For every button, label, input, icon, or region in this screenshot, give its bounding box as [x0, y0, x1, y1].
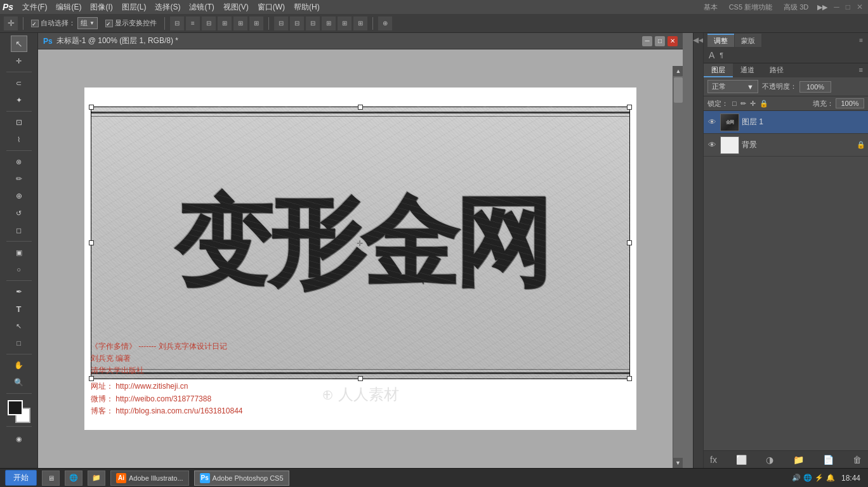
selection-tool[interactable]: ↖: [11, 36, 27, 52]
zoom-tool[interactable]: 🔍: [11, 374, 27, 391]
align-bottom-icon[interactable]: ⊞: [249, 16, 263, 30]
mask-mode-icon[interactable]: ◉: [11, 431, 27, 447]
tab-masks[interactable]: 蒙版: [735, 34, 761, 47]
win-restore-icon[interactable]: □: [846, 3, 850, 11]
dist-vcenter-icon[interactable]: ⊟: [290, 16, 304, 30]
foreground-color[interactable]: [8, 400, 23, 415]
path-selection-tool[interactable]: ↖: [11, 318, 27, 334]
menu-edit[interactable]: 编辑(E): [52, 1, 85, 14]
align-left-icon[interactable]: ⊟: [170, 16, 184, 30]
dist-left-icon[interactable]: ⊞: [322, 16, 336, 30]
lock-pixels-icon[interactable]: □: [732, 100, 737, 107]
eraser-tool[interactable]: ◻: [11, 222, 27, 238]
menu-window[interactable]: 窗口(W): [254, 1, 289, 14]
panel-options-icon[interactable]: ≡: [858, 36, 864, 45]
align-middle-v-icon[interactable]: ⊞: [233, 16, 247, 30]
blend-mode-dropdown[interactable]: 正常 ▼: [707, 80, 758, 93]
hand-tool[interactable]: ✋: [11, 357, 27, 373]
doc-close-btn[interactable]: ✕: [667, 36, 678, 46]
move-tool[interactable]: ✛: [11, 53, 27, 69]
align-center-h-icon[interactable]: ≡: [186, 16, 200, 30]
taskbar-app-illustrator[interactable]: Ai Adobe Illustrato...: [110, 471, 189, 486]
menu-filter[interactable]: 滤镜(T): [185, 1, 218, 14]
type-tool[interactable]: T: [11, 301, 27, 317]
clone-tool[interactable]: ⊕: [11, 188, 27, 204]
align-top-icon[interactable]: ⊞: [218, 16, 232, 30]
menu-view[interactable]: 视图(V): [220, 1, 253, 14]
lock-all-icon[interactable]: 🔒: [760, 100, 768, 108]
lasso-tool[interactable]: ⊂: [11, 75, 27, 91]
vertical-scrollbar[interactable]: ▲ ▼: [673, 66, 683, 468]
lock-row: 锁定： □ ✏ ✛ 🔒 填充： 100%: [704, 96, 868, 111]
workspace-cs5[interactable]: CS5 新增功能: [724, 3, 777, 12]
auto-align-icon[interactable]: ⊕: [378, 16, 392, 30]
tab-paths[interactable]: 路径: [762, 63, 791, 77]
tab-adjustments[interactable]: 调整: [707, 34, 734, 47]
color-swatches[interactable]: [8, 400, 30, 423]
layer-blend-opacity: 正常 ▼ 不透明度： 100%: [704, 77, 868, 96]
new-adjustment-btn[interactable]: ◑: [763, 453, 776, 466]
taskbar-show-desktop[interactable]: 🖥: [42, 471, 60, 486]
new-group-btn[interactable]: 📁: [791, 453, 806, 466]
dist-right-icon[interactable]: ⊞: [353, 16, 367, 30]
show-transform-checkbox[interactable]: [105, 20, 113, 27]
scroll-up-btn[interactable]: ▲: [673, 66, 683, 76]
lock-move-icon[interactable]: ✏: [740, 100, 746, 108]
menu-layer[interactable]: 图层(L): [118, 1, 150, 14]
auto-select-checkbox[interactable]: [31, 20, 39, 27]
tab-channels[interactable]: 通道: [733, 63, 762, 77]
taskbar-app-photoshop[interactable]: Ps Adobe Photoshop CS5: [194, 471, 289, 486]
history-brush-tool[interactable]: ↺: [11, 205, 27, 221]
add-mask-btn[interactable]: ⬜: [733, 453, 749, 466]
scroll-down-btn[interactable]: ▼: [673, 458, 683, 468]
taskbar-folder[interactable]: 📁: [88, 471, 105, 486]
taskbar-ie[interactable]: 🌐: [65, 471, 82, 486]
crop-tool[interactable]: ⊡: [11, 114, 27, 131]
layer-item-background[interactable]: 👁 背景 🔒: [704, 134, 868, 157]
panel-tab-group: 调整 蒙版: [707, 34, 761, 47]
move-tool-icon[interactable]: ✛: [4, 16, 18, 30]
auto-select-dropdown[interactable]: 组: [77, 17, 98, 29]
layer-1-visibility[interactable]: 👁: [706, 117, 718, 127]
pen-tool[interactable]: ✒: [11, 283, 27, 300]
scroll-thumb[interactable]: [674, 77, 683, 103]
eyedropper-tool[interactable]: ⌇: [11, 131, 27, 148]
dist-hcenter-icon[interactable]: ⊞: [338, 16, 352, 30]
dodge-tool[interactable]: ○: [11, 261, 27, 278]
align-right-icon[interactable]: ⊟: [202, 16, 216, 30]
menu-image[interactable]: 图像(I): [86, 1, 116, 14]
panel-letter-a[interactable]: A: [709, 50, 714, 60]
layer-bg-visibility[interactable]: 👁: [706, 140, 718, 150]
menu-help[interactable]: 帮助(H): [290, 1, 324, 14]
start-button[interactable]: 开始: [5, 470, 37, 486]
menu-select[interactable]: 选择(S): [151, 1, 184, 14]
win-minimize-icon[interactable]: ─: [834, 3, 839, 11]
delete-layer-btn[interactable]: 🗑: [850, 453, 864, 466]
healing-brush-tool[interactable]: ⊗: [11, 153, 27, 170]
doc-minimize-btn[interactable]: ─: [642, 36, 652, 46]
watermark: ⊕ 人人素材: [322, 384, 399, 405]
win-close-icon[interactable]: ✕: [857, 3, 863, 11]
lock-position-icon[interactable]: ✛: [750, 100, 756, 108]
layer-item-1[interactable]: 👁 金网 图层 1: [704, 111, 868, 134]
add-layer-style-btn[interactable]: fx: [707, 453, 720, 466]
tab-layers[interactable]: 图层: [704, 63, 733, 77]
panel-collapse-handle[interactable]: ◀◀: [693, 33, 703, 468]
layers-tabs: 图层 通道 路径 ≡: [704, 63, 868, 77]
layers-panel-options[interactable]: ≡: [854, 63, 868, 77]
magic-wand-tool[interactable]: ✦: [11, 92, 27, 108]
menu-file[interactable]: 文件(F): [18, 1, 51, 14]
fill-value[interactable]: 100%: [836, 98, 864, 108]
workspace-basic[interactable]: 基本: [699, 3, 723, 12]
workspace-more-icon[interactable]: ▶▶: [817, 3, 827, 11]
doc-maximize-btn[interactable]: □: [655, 36, 665, 46]
dist-bottom-icon[interactable]: ⊟: [306, 16, 320, 30]
opacity-value[interactable]: 100%: [799, 81, 831, 93]
panel-letter-t[interactable]: ¶: [720, 51, 723, 59]
shape-tool[interactable]: □: [11, 335, 27, 351]
workspace-advanced[interactable]: 高级 3D: [779, 3, 813, 12]
brush-tool[interactable]: ✏: [11, 171, 27, 187]
gradient-tool[interactable]: ▣: [11, 244, 27, 261]
new-layer-btn[interactable]: 📄: [820, 453, 836, 466]
dist-top-icon[interactable]: ⊟: [274, 16, 288, 30]
